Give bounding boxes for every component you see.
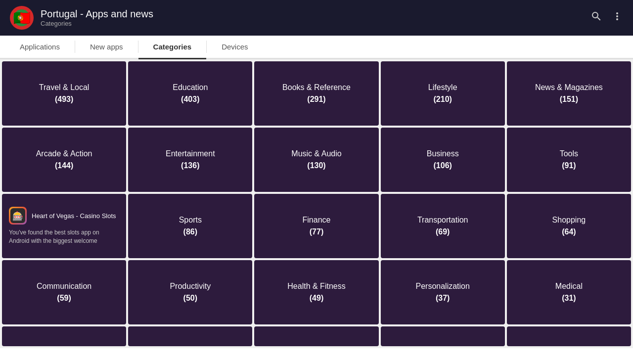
ad-description: You've found the best slots app on Andro…: [9, 228, 119, 245]
category-row5-3[interactable]: [254, 326, 378, 346]
category-shopping[interactable]: Shopping (64): [507, 194, 631, 258]
tab-new-apps[interactable]: New apps: [75, 36, 138, 59]
category-medical[interactable]: Medical (31): [507, 260, 631, 324]
category-transportation[interactable]: Transportation (69): [381, 194, 505, 258]
header-right: [590, 10, 623, 25]
ad-header: 🎰 Heart of Vegas - Casino Slots: [9, 207, 119, 225]
category-row5-2[interactable]: [128, 326, 252, 346]
header-subtitle: Categories: [41, 20, 153, 27]
tab-devices[interactable]: Devices: [207, 36, 263, 59]
search-icon[interactable]: [590, 10, 602, 25]
header-title-group: Portugal - Apps and news Categories: [41, 8, 153, 27]
ad-app-icon: 🎰: [9, 207, 27, 225]
tab-applications[interactable]: Applications: [5, 36, 75, 59]
ad-app-title: Heart of Vegas - Casino Slots: [32, 212, 116, 220]
app-header: 🇵🇹 Portugal - Apps and news Categories: [0, 0, 633, 36]
header-left: 🇵🇹 Portugal - Apps and news Categories: [10, 6, 153, 30]
category-business[interactable]: Business (106): [381, 128, 505, 192]
category-arcade-action[interactable]: Arcade & Action (144): [2, 128, 126, 192]
category-travel-local[interactable]: Travel & Local (493): [2, 61, 126, 126]
category-sports[interactable]: Sports (86): [128, 194, 252, 258]
flag-icon: 🇵🇹: [10, 6, 34, 30]
category-row5-1[interactable]: [2, 326, 126, 346]
category-entertainment[interactable]: Entertainment (136): [128, 128, 252, 192]
ad-card-heart-of-vegas[interactable]: 🎰 Heart of Vegas - Casino Slots You've f…: [2, 194, 126, 258]
header-title: Portugal - Apps and news: [41, 8, 153, 20]
category-finance[interactable]: Finance (77): [254, 194, 378, 258]
category-row5-4[interactable]: [381, 326, 505, 346]
category-health-fitness[interactable]: Health & Fitness (49): [254, 260, 378, 324]
tab-categories[interactable]: Categories: [138, 36, 207, 59]
category-education[interactable]: Education (403): [128, 61, 252, 126]
category-news-magazines[interactable]: News & Magazines (151): [507, 61, 631, 126]
category-productivity[interactable]: Productivity (50): [128, 260, 252, 324]
category-tools[interactable]: Tools (91): [507, 128, 631, 192]
category-music-audio[interactable]: Music & Audio (130): [254, 128, 378, 192]
category-books-reference[interactable]: Books & Reference (291): [254, 61, 378, 126]
more-options-icon[interactable]: [611, 10, 623, 25]
nav-tabs: Applications New apps Categories Devices: [0, 36, 633, 59]
categories-grid: Travel & Local (493) Education (403) Boo…: [0, 59, 633, 348]
category-communication[interactable]: Communication (59): [2, 260, 126, 324]
category-personalization[interactable]: Personalization (37): [381, 260, 505, 324]
category-lifestyle[interactable]: Lifestyle (210): [381, 61, 505, 126]
svg-text:🎰: 🎰: [12, 211, 24, 222]
category-row5-5[interactable]: [507, 326, 631, 346]
